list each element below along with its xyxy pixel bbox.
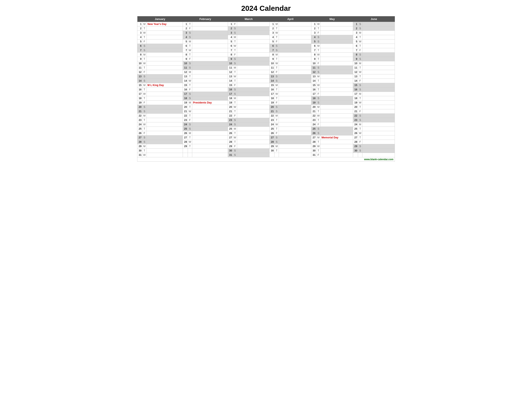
day-letter: F [142, 70, 147, 74]
empty-event-cell [192, 153, 228, 157]
day-num: 1 [353, 22, 358, 26]
event-cell [279, 44, 311, 48]
header-april: April [270, 16, 311, 22]
day-letter: S [275, 74, 279, 79]
day-letter: T [275, 149, 279, 153]
day-letter: M [188, 39, 192, 44]
day-num: 11 [137, 66, 142, 70]
event-cell [146, 53, 183, 57]
empty-day-num [183, 149, 188, 153]
day-letter: T [275, 66, 279, 70]
day-letter: M [142, 144, 147, 149]
day-num: 30 [311, 149, 316, 153]
event-cell [146, 26, 183, 31]
day-letter: T [233, 70, 237, 74]
header-february: February [183, 16, 228, 22]
day-num: 16 [137, 87, 142, 92]
event-cell [321, 149, 353, 153]
event-cell [362, 66, 395, 70]
day-letter: M [358, 61, 362, 66]
day-letter: T [275, 127, 279, 131]
event-cell [321, 35, 353, 39]
day-letter: W [188, 79, 192, 83]
day-letter: F [188, 57, 192, 61]
day-letter: S [188, 92, 192, 96]
event-cell [279, 70, 311, 74]
day-letter: S [233, 122, 237, 127]
event-cell [237, 96, 270, 101]
day-letter: S [233, 92, 237, 96]
day-num: 18 [137, 96, 142, 101]
day-letter: W [188, 109, 192, 114]
event-cell [279, 31, 311, 35]
day-letter: W [188, 48, 192, 53]
event-cell [146, 44, 183, 48]
day-num: 24 [353, 122, 358, 127]
day-num: 15 [228, 83, 233, 87]
day-num: 13 [353, 74, 358, 79]
day-letter: S [358, 26, 362, 31]
day-num: 31 [311, 153, 316, 157]
event-cell [146, 92, 183, 96]
day-letter: T [316, 140, 321, 144]
day-letter: T [233, 48, 237, 53]
event-cell [362, 35, 395, 39]
event-cell [279, 61, 311, 66]
event-cell [192, 92, 228, 96]
event-cell [362, 101, 395, 105]
event-cell [146, 118, 183, 122]
day-num: 16 [270, 87, 275, 92]
footer-link: www.blank-calendar.com [137, 157, 395, 162]
day-letter: M [275, 22, 279, 26]
day-num: 28 [270, 140, 275, 144]
day-num: 14 [228, 79, 233, 83]
day-letter: F [188, 26, 192, 31]
day-letter: M [275, 144, 279, 149]
day-num: 14 [183, 79, 188, 83]
day-letter: M [142, 22, 147, 26]
event-cell [362, 87, 395, 92]
day-letter: F [233, 53, 237, 57]
day-letter: W [316, 22, 321, 26]
event-cell [146, 87, 183, 92]
day-letter: T [188, 74, 192, 79]
day-letter: M [275, 114, 279, 118]
event-cell [279, 101, 311, 105]
event-cell [192, 26, 228, 31]
day-num: 27 [183, 135, 188, 140]
day-num: 11 [183, 66, 188, 70]
day-num: 13 [137, 74, 142, 79]
event-cell [192, 70, 228, 74]
day-num: 23 [311, 118, 316, 122]
day-letter: T [188, 83, 192, 87]
day-num: 23 [183, 118, 188, 122]
event-cell [279, 53, 311, 57]
day-num: 19 [228, 101, 233, 105]
day-letter: F [316, 122, 321, 127]
day-letter: S [188, 35, 192, 39]
day-num: 9 [270, 57, 275, 61]
event-cell [146, 48, 183, 53]
event-cell [362, 48, 395, 53]
day-letter: M [316, 105, 321, 109]
empty-event-cell [279, 153, 311, 157]
day-num: 4 [183, 35, 188, 39]
day-letter: S [142, 105, 147, 109]
day-num: 8 [270, 53, 275, 57]
empty-day-num [270, 153, 275, 157]
event-cell [362, 92, 395, 96]
event-cell [279, 114, 311, 118]
day-num: 21 [270, 109, 275, 114]
day-letter: S [142, 140, 147, 144]
day-letter: W [358, 70, 362, 74]
day-num: 9 [183, 57, 188, 61]
event-cell [192, 48, 228, 53]
day-num: 25 [311, 127, 316, 131]
day-letter: M [142, 114, 147, 118]
day-num: 11 [270, 66, 275, 70]
event-cell [362, 39, 395, 44]
day-num: 27 [228, 135, 233, 140]
day-letter: T [358, 105, 362, 109]
day-num: 27 [311, 135, 316, 140]
day-letter: S [358, 114, 362, 118]
